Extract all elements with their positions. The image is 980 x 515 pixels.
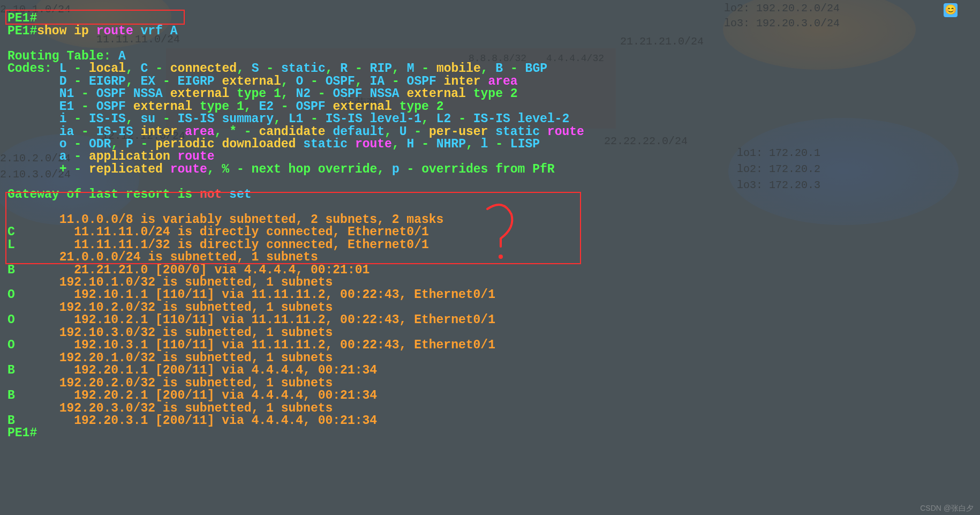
route-code: [7, 376, 15, 390]
route-line: 21.0.0.0/24 is subnetted, 1 subnets: [15, 250, 318, 264]
cmd-route: route: [96, 24, 133, 38]
routing-table-label: Routing Table:: [7, 49, 111, 63]
route-code: B: [7, 414, 15, 428]
route-code: [7, 250, 15, 264]
routing-table-name: A: [118, 49, 126, 63]
route-line: 192.10.1.0/32 is subnetted, 1 subnets: [15, 275, 333, 289]
route-line: 11.0.0.0/8 is variably subnetted, 2 subn…: [15, 213, 444, 227]
route-code: L: [7, 238, 15, 252]
route-code: [7, 401, 15, 415]
route-line: 192.20.1.1 [200/11] via 4.4.4.4, 00:21:3…: [15, 363, 377, 377]
route-line: 11.11.11.0/24 is directly connected, Eth…: [15, 225, 429, 239]
prompt: PE1#: [7, 11, 37, 25]
watermark: CSDN @张白夕: [920, 504, 974, 512]
gateway-line: Gateway of last resort is: [7, 188, 192, 201]
prompt-end: PE1#: [7, 426, 37, 440]
emoji-badge-icon: 😊: [944, 3, 958, 17]
terminal-output[interactable]: PE1# PE1#show ip route vrf A Routing Tab…: [0, 0, 980, 440]
cmd-vrf: vrf: [141, 24, 163, 38]
route-line: 192.10.3.1 [110/11] via 11.11.11.2, 00:2…: [15, 338, 495, 352]
prompt: PE1#: [7, 24, 37, 38]
codes-label: Codes:: [7, 62, 52, 76]
route-line: 192.20.2.1 [200/11] via 4.4.4.4, 00:21:3…: [15, 389, 377, 402]
cmd-ip: ip: [74, 24, 89, 38]
route-code: [7, 351, 15, 365]
route-code: O: [7, 288, 15, 302]
route-code: B: [7, 389, 15, 402]
route-code: [7, 326, 15, 340]
route-code: [7, 275, 15, 289]
route-line: 21.21.21.0 [200/0] via 4.4.4.4, 00:21:01: [15, 263, 370, 277]
route-line: 11.11.11.1/32 is directly connected, Eth…: [15, 238, 429, 252]
route-line: 192.10.1.1 [110/11] via 11.11.11.2, 00:2…: [15, 288, 495, 302]
route-line: 192.10.2.0/32 is subnetted, 1 subnets: [15, 301, 333, 315]
route-line: 192.20.2.0/32 is subnetted, 1 subnets: [15, 376, 333, 390]
cmd-vrf-name: A: [170, 24, 178, 38]
route-code: O: [7, 338, 15, 352]
route-code: B: [7, 363, 15, 377]
route-line: 192.10.3.0/32 is subnetted, 1 subnets: [15, 326, 333, 340]
route-line: 192.10.2.1 [110/11] via 11.11.11.2, 00:2…: [15, 313, 495, 327]
cmd-show: show: [37, 24, 66, 38]
route-code: O: [7, 313, 15, 327]
route-code: [7, 301, 15, 315]
route-line: 192.20.3.1 [200/11] via 4.4.4.4, 00:21:3…: [15, 414, 377, 428]
route-line: 192.20.3.0/32 is subnetted, 1 subnets: [15, 401, 333, 415]
route-code: C: [7, 225, 15, 239]
routes-list: 11.0.0.0/8 is variably subnetted, 2 subn…: [7, 214, 973, 428]
route-code: [7, 213, 15, 227]
route-code: B: [7, 263, 15, 277]
route-line: 192.20.1.0/32 is subnetted, 1 subnets: [15, 351, 333, 365]
